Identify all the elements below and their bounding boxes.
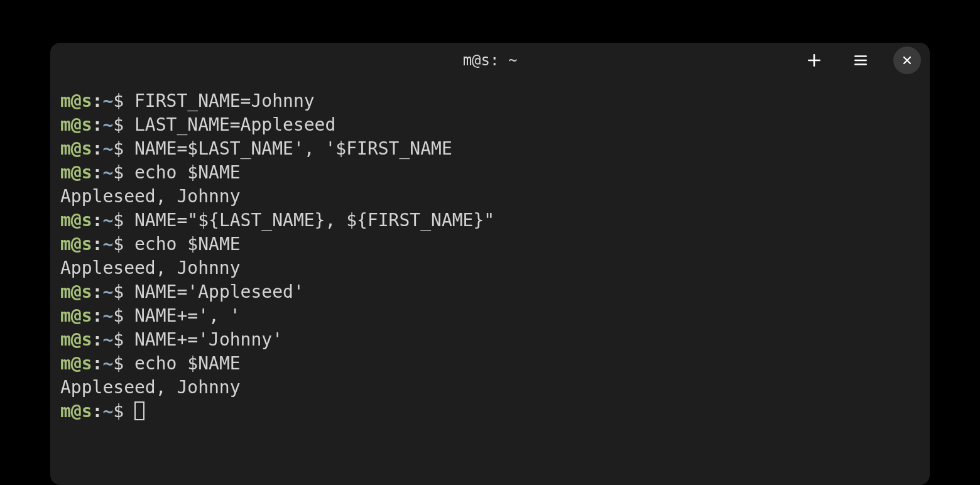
terminal-line: Appleseed, Johnny (60, 185, 920, 209)
prompt-separator: : (92, 90, 103, 111)
prompt-symbol: $ (113, 234, 134, 254)
prompt-path: ~ (102, 162, 113, 183)
plus-icon (806, 52, 822, 68)
prompt-separator: : (92, 353, 103, 374)
command-text: echo $NAME (134, 234, 241, 254)
new-tab-button[interactable] (800, 46, 828, 74)
prompt-path: ~ (102, 305, 113, 326)
close-button[interactable] (893, 46, 921, 74)
command-text: FIRST_NAME=Johnny (134, 90, 315, 111)
prompt-separator: : (92, 114, 103, 135)
terminal-line: m@s:~$ NAME=$LAST_NAME', '$FIRST_NAME (60, 137, 920, 161)
shell-prompt: m@s:~$ (60, 138, 134, 159)
prompt-separator: : (92, 138, 103, 159)
shell-prompt: m@s:~$ (60, 234, 134, 254)
command-text: NAME=$LAST_NAME', '$FIRST_NAME (134, 138, 452, 159)
prompt-user-host: m@s (60, 329, 92, 350)
output-text: Appleseed, Johnny (60, 377, 241, 398)
terminal-line: m@s:~$ NAME+=', ' (60, 304, 920, 328)
menu-button[interactable] (847, 46, 874, 74)
command-text: echo $NAME (134, 353, 241, 374)
prompt-path: ~ (102, 114, 113, 135)
prompt-separator: : (92, 401, 103, 422)
shell-prompt: m@s:~$ (60, 210, 134, 231)
prompt-path: ~ (102, 234, 113, 254)
window-controls (800, 46, 921, 74)
command-text: NAME+=', ' (134, 305, 241, 326)
cursor (134, 401, 144, 420)
shell-prompt: m@s:~$ (60, 329, 134, 350)
prompt-separator: : (92, 281, 103, 302)
prompt-user-host: m@s (60, 401, 92, 422)
terminal-line: m@s:~$ LAST_NAME=Appleseed (60, 113, 920, 137)
prompt-path: ~ (102, 138, 113, 159)
prompt-path: ~ (102, 90, 113, 111)
prompt-symbol: $ (113, 329, 134, 350)
prompt-symbol: $ (113, 114, 134, 135)
prompt-user-host: m@s (60, 281, 92, 302)
prompt-symbol: $ (113, 401, 134, 422)
terminal-line: m@s:~$ NAME='Appleseed' (60, 280, 920, 304)
hamburger-icon (852, 52, 869, 68)
window-title: m@s: ~ (463, 52, 518, 69)
shell-prompt: m@s:~$ (60, 90, 134, 111)
prompt-path: ~ (102, 210, 113, 231)
prompt-user-host: m@s (60, 90, 92, 111)
prompt-symbol: $ (113, 353, 134, 374)
prompt-user-host: m@s (60, 162, 92, 183)
terminal-line: m@s:~$ NAME+='Johnny' (60, 328, 920, 352)
terminal-line: m@s:~$ NAME="${LAST_NAME}, ${FIRST_NAME}… (60, 209, 920, 232)
prompt-symbol: $ (113, 210, 134, 231)
terminal-line: m@s:~$ echo $NAME (60, 161, 920, 185)
prompt-symbol: $ (113, 281, 134, 302)
terminal-line: m@s:~$ (60, 400, 920, 423)
terminal-window: m@s: ~ m@s:~ (50, 43, 930, 485)
terminal-line: m@s:~$ FIRST_NAME=Johnny (60, 89, 920, 113)
prompt-separator: : (92, 329, 103, 350)
prompt-symbol: $ (113, 162, 134, 183)
command-text: NAME='Appleseed' (134, 281, 304, 302)
prompt-path: ~ (102, 401, 113, 422)
prompt-user-host: m@s (60, 138, 92, 159)
terminal-line: Appleseed, Johnny (60, 256, 920, 280)
prompt-user-host: m@s (60, 353, 92, 374)
prompt-user-host: m@s (60, 210, 92, 231)
shell-prompt: m@s:~$ (60, 162, 134, 183)
shell-prompt: m@s:~$ (60, 114, 134, 135)
shell-prompt: m@s:~$ (60, 353, 134, 374)
prompt-symbol: $ (113, 305, 134, 326)
prompt-user-host: m@s (60, 234, 92, 254)
prompt-path: ~ (102, 353, 113, 374)
output-text: Appleseed, Johnny (60, 186, 241, 207)
prompt-user-host: m@s (60, 305, 92, 326)
output-text: Appleseed, Johnny (60, 258, 241, 278)
command-text: NAME="${LAST_NAME}, ${FIRST_NAME}" (134, 210, 494, 231)
terminal-body[interactable]: m@s:~$ FIRST_NAME=Johnnym@s:~$ LAST_NAME… (50, 78, 930, 423)
prompt-separator: : (92, 305, 103, 326)
shell-prompt: m@s:~$ (60, 305, 134, 326)
terminal-line: Appleseed, Johnny (60, 376, 920, 400)
close-icon (901, 54, 913, 67)
terminal-line: m@s:~$ echo $NAME (60, 352, 920, 376)
shell-prompt: m@s:~$ (60, 401, 134, 422)
prompt-user-host: m@s (60, 114, 92, 135)
prompt-separator: : (92, 234, 103, 254)
prompt-symbol: $ (113, 138, 134, 159)
prompt-symbol: $ (113, 90, 134, 111)
prompt-path: ~ (102, 281, 113, 302)
command-text: echo $NAME (134, 162, 241, 183)
title-bar: m@s: ~ (50, 43, 930, 78)
prompt-separator: : (92, 210, 103, 231)
shell-prompt: m@s:~$ (60, 281, 134, 302)
command-text: NAME+='Johnny' (134, 329, 283, 350)
command-text: LAST_NAME=Appleseed (134, 114, 335, 135)
prompt-path: ~ (102, 329, 113, 350)
terminal-line: m@s:~$ echo $NAME (60, 232, 920, 256)
prompt-separator: : (92, 162, 103, 183)
